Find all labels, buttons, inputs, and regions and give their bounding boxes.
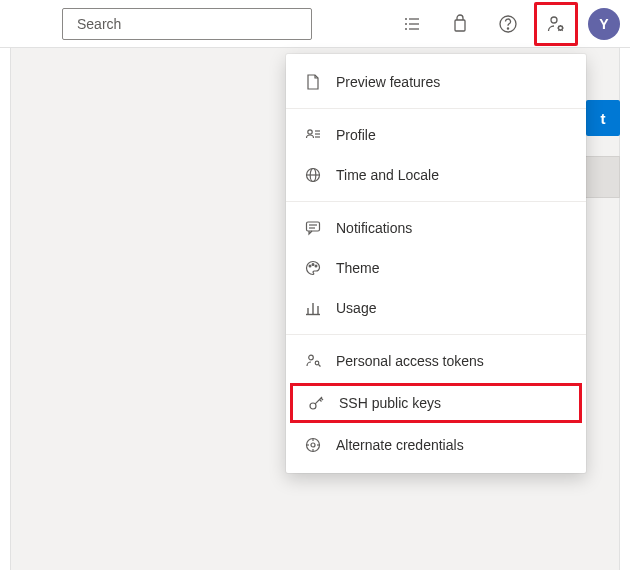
menu-usage[interactable]: Usage — [286, 288, 586, 328]
search-input[interactable] — [77, 16, 303, 32]
menu-separator — [286, 334, 586, 335]
avatar[interactable]: Y — [588, 8, 620, 40]
menu-label: Time and Locale — [336, 167, 439, 183]
svg-rect-20 — [307, 222, 320, 231]
menu-preview-features[interactable]: Preview features — [286, 62, 586, 102]
search-box[interactable] — [62, 8, 312, 40]
chat-icon — [304, 219, 322, 237]
work-items-icon[interactable] — [390, 2, 434, 46]
svg-rect-8 — [455, 20, 465, 31]
palette-icon — [304, 259, 322, 277]
globe-icon — [304, 166, 322, 184]
person-key-icon — [304, 352, 322, 370]
svg-point-31 — [315, 361, 319, 365]
menu-personal-access-tokens[interactable]: Personal access tokens — [286, 341, 586, 381]
menu-separator — [286, 108, 586, 109]
person-card-icon — [304, 126, 322, 144]
menu-label: SSH public keys — [339, 395, 441, 411]
svg-point-10 — [507, 27, 508, 28]
menu-label: Theme — [336, 260, 380, 276]
menu-separator — [286, 201, 586, 202]
svg-point-32 — [310, 403, 316, 409]
menu-alternate-credentials[interactable]: Alternate credentials — [286, 425, 586, 465]
top-bar: Y — [0, 0, 630, 48]
marketplace-icon[interactable] — [438, 2, 482, 46]
menu-profile[interactable]: Profile — [286, 115, 586, 155]
credentials-icon — [304, 436, 322, 454]
user-settings-menu: Preview features Profile Time and Locale… — [286, 54, 586, 473]
user-settings-icon[interactable] — [534, 2, 578, 46]
menu-label: Personal access tokens — [336, 353, 484, 369]
menu-label: Alternate credentials — [336, 437, 464, 453]
svg-point-25 — [315, 265, 317, 267]
key-icon — [307, 394, 325, 412]
svg-point-34 — [311, 443, 315, 447]
menu-time-locale[interactable]: Time and Locale — [286, 155, 586, 195]
menu-notifications[interactable]: Notifications — [286, 208, 586, 248]
menu-theme[interactable]: Theme — [286, 248, 586, 288]
svg-point-23 — [309, 265, 311, 267]
help-icon[interactable] — [486, 2, 530, 46]
svg-point-24 — [312, 264, 314, 266]
bar-chart-icon — [304, 299, 322, 317]
svg-point-13 — [308, 130, 312, 134]
avatar-initial: Y — [599, 16, 608, 32]
menu-label: Profile — [336, 127, 376, 143]
svg-point-30 — [309, 355, 314, 360]
menu-ssh-public-keys[interactable]: SSH public keys — [290, 383, 582, 423]
menu-label: Preview features — [336, 74, 440, 90]
menu-label: Usage — [336, 300, 376, 316]
document-icon — [304, 73, 322, 91]
svg-point-11 — [551, 17, 557, 23]
menu-label: Notifications — [336, 220, 412, 236]
primary-button-peek[interactable]: t — [586, 100, 620, 136]
